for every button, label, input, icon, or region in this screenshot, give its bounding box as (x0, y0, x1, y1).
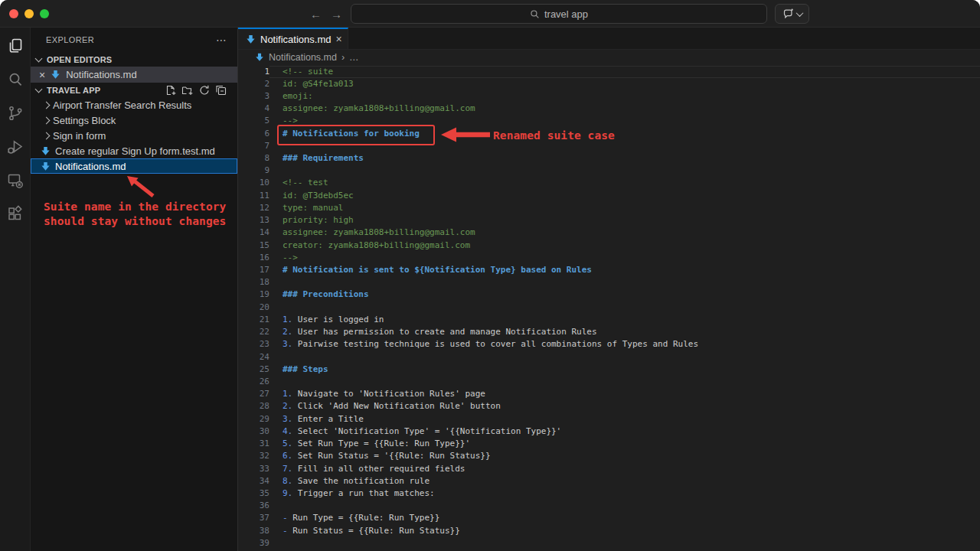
new-file-icon[interactable] (165, 84, 177, 96)
minimize-window-button[interactable] (24, 9, 34, 18)
line-number: 36 (238, 500, 270, 512)
breadcrumb[interactable]: Notifications.md › … (238, 50, 980, 65)
code-line[interactable]: 293. Enter a Title (238, 413, 980, 425)
code-line[interactable]: 17# Notification is sent to ${Notificati… (238, 264, 980, 276)
line-number: 34 (238, 475, 270, 487)
refresh-icon[interactable] (198, 84, 211, 96)
back-button[interactable]: ← (310, 8, 322, 21)
code-line[interactable]: 1<!-- suite (238, 66, 980, 78)
code-line[interactable]: 271. Navigate to 'Notification Rules' pa… (238, 388, 980, 400)
line-number: 13 (238, 214, 270, 227)
line-number: 25 (238, 364, 270, 376)
code-line[interactable]: 12type: manual (238, 202, 980, 214)
activity-search[interactable] (3, 67, 28, 92)
tab-notifications-md[interactable]: Notifications.md × (238, 28, 348, 49)
more-actions-icon[interactable]: ⋯ (216, 34, 227, 46)
code-line[interactable]: 25### Steps (238, 364, 980, 376)
explorer-item-notifications-selected[interactable]: Notifications.md (31, 158, 237, 174)
open-editor-item[interactable]: × Notifications.md (31, 67, 237, 83)
activity-explorer[interactable] (3, 34, 28, 58)
activity-extensions[interactable] (3, 202, 28, 227)
line-number: 7 (238, 140, 270, 152)
copilot-chat-icon (782, 8, 795, 20)
line-number: 14 (238, 227, 270, 239)
code-line[interactable]: 2id: @S4fe1a013 (238, 78, 980, 90)
explorer-item-sign-in-form[interactable]: Sign in form (31, 128, 237, 143)
line-number: 23 (238, 338, 270, 350)
code-line[interactable]: 304. Select 'Notification Type' = '{{Not… (238, 425, 980, 438)
code-line[interactable]: 26 (238, 376, 980, 388)
activity-run-debug[interactable] (3, 135, 28, 159)
line-number: 27 (238, 388, 270, 400)
code-line[interactable]: 211. User is logged in (238, 314, 980, 326)
line-number: 11 (238, 190, 270, 202)
code-line[interactable]: 10<!-- test (238, 177, 980, 189)
line-number: 2 (238, 78, 270, 90)
close-window-button[interactable] (9, 9, 18, 18)
activity-remote-explorer[interactable] (3, 168, 28, 193)
markdown-file-icon (246, 34, 256, 44)
code-line[interactable]: 359. Trigger a run that matches: (238, 487, 980, 500)
new-folder-icon[interactable] (181, 84, 194, 96)
code-line[interactable]: 16--> (238, 252, 980, 264)
code-line[interactable]: 326. Set Run Status = '{{Rule: Run Statu… (238, 450, 980, 462)
code-line[interactable]: 15creator: zyamka1808+billing@gmail.com (238, 240, 980, 252)
explorer-item-airport-transfer-search-results[interactable]: Airport Transfer Search Results (31, 97, 237, 112)
code-line[interactable]: 337. Fill in all other required fields (238, 463, 980, 475)
code-line[interactable]: 19### Preconditions (238, 289, 980, 301)
open-editors-header[interactable]: OPEN EDITORS (31, 52, 237, 67)
search-icon (530, 9, 540, 19)
close-tab-icon[interactable]: × (335, 33, 341, 45)
line-number: 5 (238, 115, 270, 127)
line-number: 1 (238, 66, 270, 78)
line-number: 28 (238, 400, 270, 412)
close-icon[interactable]: × (39, 70, 45, 80)
line-number: 16 (238, 252, 270, 264)
explorer-title: EXPLORER (46, 35, 94, 44)
explorer-item-settings-block[interactable]: Settings Block (31, 112, 237, 128)
line-number: 33 (238, 463, 270, 475)
workspace-header[interactable]: TRAVEL APP (31, 83, 237, 97)
code-line[interactable]: 14assignee: zyamka1808+billing@gmail.com (238, 227, 980, 239)
code-line[interactable]: 348. Save the notification rule (238, 475, 980, 487)
code-line[interactable]: 282. Click 'Add New Notification Rule' b… (238, 400, 980, 412)
line-number: 32 (238, 450, 270, 462)
code-line[interactable]: 24 (238, 351, 980, 364)
code-line[interactable]: 222. User has permission to create and m… (238, 326, 980, 338)
annotation-suite-note: Suite name in the directory should stay … (44, 200, 226, 229)
code-line[interactable]: 8### Requirements (238, 152, 980, 165)
forward-button[interactable]: → (331, 8, 342, 21)
code-line[interactable]: 18 (238, 276, 980, 289)
markdown-file-icon (255, 53, 264, 62)
code-line[interactable]: 39 (238, 537, 980, 549)
code-line[interactable]: 3emoji: (238, 90, 980, 103)
copilot-chat-button[interactable] (775, 4, 809, 24)
code-line[interactable]: 315. Set Run Type = {{Rule: Run Type}}' (238, 438, 980, 450)
line-number: 3 (238, 90, 270, 103)
chevron-right-icon (43, 132, 51, 139)
explorer-item-create-regular-sign-up-form[interactable]: Create regular Sign Up form.test.md (31, 143, 237, 158)
line-number: 31 (238, 438, 270, 450)
collapse-folders-icon[interactable] (215, 84, 227, 96)
zoom-window-button[interactable] (40, 9, 49, 18)
search-icon (6, 70, 24, 89)
code-line[interactable]: 9 (238, 165, 980, 177)
code-line[interactable]: 11id: @T3debd5ec (238, 190, 980, 202)
activity-bar (0, 28, 31, 551)
code-line[interactable]: 13priority: high (238, 214, 980, 227)
code-line[interactable]: 36 (238, 500, 980, 512)
traffic-lights (9, 9, 49, 18)
code-line[interactable]: 37- Run Type = {{Rule: Run Type}} (238, 512, 980, 524)
vscode-window: ← → travel app (0, 0, 980, 551)
line-number: 37 (238, 512, 270, 524)
line-number: 24 (238, 351, 270, 364)
activity-source-control[interactable] (3, 101, 28, 126)
search-value: travel app (544, 8, 588, 20)
command-center-search[interactable]: travel app (351, 4, 767, 24)
code-line[interactable]: 233. Pairwise testing technique is used … (238, 338, 980, 350)
line-number: 38 (238, 525, 270, 537)
chevron-right-icon (43, 101, 51, 109)
code-line[interactable]: 38- Run Status = {{Rule: Run Status}} (238, 525, 980, 537)
code-line[interactable]: 20 (238, 302, 980, 314)
code-line[interactable]: 4assignee: zyamka1808+billing@gmail.com (238, 103, 980, 115)
